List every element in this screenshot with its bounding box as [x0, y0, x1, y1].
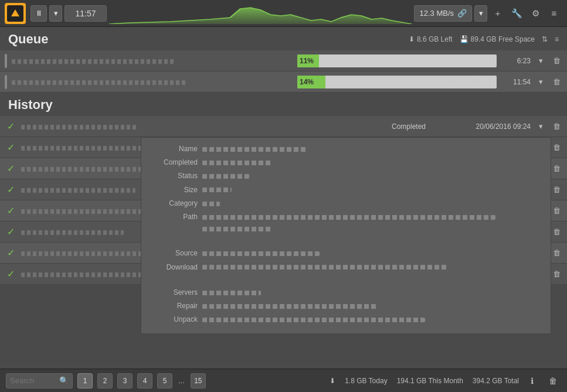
queue-row-delete[interactable]: 🗑 [551, 56, 562, 65]
page-1-button[interactable]: 1 [77, 373, 93, 388]
page-2-button[interactable]: 2 [97, 373, 113, 388]
history-row-delete[interactable]: 🗑 [551, 122, 562, 131]
timer-display: 11:57 [64, 5, 107, 22]
sort-icon[interactable]: ⇅ [542, 35, 548, 43]
queue-name-squiggle [12, 59, 176, 64]
history-row-expanded-container: ✓ Completed 20/06/2016 09:24 ▾ 🗑 Name Co… [0, 116, 567, 137]
history-row-delete[interactable]: 🗑 [551, 227, 562, 236]
queue-progress-bar: 11% 639 MB / 5367 MB [297, 54, 497, 67]
queue-row-dropdown[interactable]: ▾ [535, 56, 546, 65]
detail-completed-label: Completed [151, 157, 198, 168]
page-last-button[interactable]: 15 [191, 373, 206, 388]
queue-header: Queue ⬇ 8.6 GB Left 💾 89.4 GB Free Space… [0, 27, 567, 50]
history-checkmark: ✓ [5, 121, 16, 132]
history-row-delete[interactable]: 🗑 [551, 164, 562, 173]
settings-button[interactable]: ⚙ [527, 5, 544, 22]
detail-repair-value [202, 301, 541, 312]
detail-path-label: Path [151, 212, 198, 234]
history-checkmark: ✓ [5, 268, 16, 279]
queue-title: Queue [8, 32, 48, 47]
queue-progress-bar: 14% 702 MB / 4777 MB [297, 76, 497, 88]
footer-delete-button[interactable]: 🗑 [545, 373, 561, 389]
history-date: 20/06/2016 09:24 [443, 122, 531, 131]
detail-source-label: Source [151, 248, 198, 259]
detail-download-label: Download [151, 262, 198, 273]
page-3-button[interactable]: 3 [117, 373, 133, 388]
history-title: History [8, 97, 53, 113]
history-checkmark: ✓ [5, 226, 16, 237]
queue-name-squiggle [12, 80, 188, 85]
queue-sizes: 702 MB / 4777 MB [325, 78, 497, 86]
history-row-delete[interactable]: 🗑 [551, 206, 562, 215]
logo-inner [7, 5, 23, 22]
detail-size-value [202, 185, 541, 196]
download-icon: ⬇ [409, 35, 415, 43]
history-row: ✓ Completed 20/06/2016 09:24 ▾ 🗑 [0, 116, 567, 137]
logo[interactable] [5, 3, 26, 24]
detail-unpack-value [202, 314, 541, 325]
detail-category-value [202, 198, 541, 209]
queue-row-delete[interactable]: 🗑 [551, 77, 562, 86]
footer-stat-month: 194.1 GB This Month [397, 377, 463, 385]
queue-controls: ⬇ 8.6 GB Left 💾 89.4 GB Free Space ⇅ ≡ [409, 35, 559, 43]
menu-button[interactable]: ≡ [546, 5, 562, 22]
history-checkmark: ✓ [5, 142, 16, 153]
main-content: Queue ⬇ 8.6 GB Left 💾 89.4 GB Free Space… [0, 27, 567, 392]
footer-stat-today: 1.8 GB Today [345, 377, 388, 385]
pause-button[interactable]: ⏸ [30, 5, 47, 22]
speed-display: 12.3 MB/s 🔗 [414, 5, 472, 22]
toolbar: ⏸ ▾ 11:57 12.3 MB/s 🔗 ▾ + 🔧 ⚙ ≡ [0, 0, 567, 27]
history-row-delete[interactable]: 🗑 [551, 248, 562, 257]
svg-marker-0 [11, 9, 19, 16]
footer: 🔍 1 2 3 4 5 ... 15 ⬇ 1.8 GB Today 194.1 … [0, 369, 567, 392]
history-checkmark: ✓ [5, 163, 16, 174]
queue-section: Queue ⬇ 8.6 GB Left 💾 89.4 GB Free Space… [0, 27, 567, 93]
history-row-dropdown[interactable]: ▾ [535, 122, 546, 131]
queue-row: 14% 702 MB / 4777 MB 11:54 ▾ 🗑 [0, 71, 567, 93]
speed-graph [109, 3, 412, 24]
page-4-button[interactable]: 4 [137, 373, 152, 388]
history-row-delete[interactable]: 🗑 [551, 270, 562, 278]
history-detail-panel: Name Completed Status Size Category Path [141, 137, 551, 334]
detail-completed-value [202, 157, 541, 168]
queue-menu-icon[interactable]: ≡ [555, 35, 559, 43]
speed-value: 12.3 MB/s [419, 9, 454, 18]
queue-time: 11:54 [501, 78, 531, 86]
disk-icon: 💾 [460, 35, 468, 43]
speed-dropdown-button[interactable]: ▾ [474, 5, 487, 22]
history-row-delete[interactable]: 🗑 [551, 185, 562, 194]
queue-left: ⬇ 8.6 GB Left [409, 35, 453, 43]
history-item-name [21, 122, 375, 131]
detail-servers-value [202, 287, 541, 298]
queue-row: 11% 639 MB / 5367 MB 6:23 ▾ 🗑 [0, 50, 567, 71]
queue-free: 💾 89.4 GB Free Space [460, 35, 535, 43]
add-button[interactable]: + [490, 5, 506, 22]
pause-dropdown-button[interactable]: ▾ [49, 5, 62, 22]
link-icon: 🔗 [457, 9, 467, 18]
footer-info-button[interactable]: ℹ [524, 373, 540, 389]
search-input[interactable] [10, 376, 57, 385]
history-checkmark: ✓ [5, 205, 16, 216]
detail-grid: Name Completed Status Size Category Path [151, 144, 541, 325]
queue-time: 6:23 [501, 57, 531, 65]
wrench-button[interactable]: 🔧 [508, 5, 525, 22]
footer-stat-total: 394.2 GB Total [473, 377, 519, 385]
detail-name-value [202, 144, 541, 155]
history-status: Completed [379, 122, 438, 131]
detail-status-label: Status [151, 171, 198, 182]
queue-pct: 11% [300, 57, 314, 65]
detail-status-value [202, 171, 541, 182]
queue-item-name [12, 79, 293, 86]
search-box: 🔍 [6, 373, 73, 388]
history-row-delete[interactable]: 🗑 [551, 143, 562, 152]
detail-servers-label: Servers [151, 287, 198, 298]
detail-name-label: Name [151, 144, 198, 155]
queue-row-dropdown[interactable]: ▾ [535, 77, 546, 86]
queue-sizes: 639 MB / 5367 MB [319, 57, 497, 65]
detail-category-label: Category [151, 198, 198, 209]
detail-source-value [202, 248, 541, 259]
page-5-button[interactable]: 5 [157, 373, 172, 388]
queue-pct: 14% [300, 78, 314, 86]
history-checkmark: ✓ [5, 247, 16, 258]
stat-download-icon: ⬇ [330, 377, 335, 385]
